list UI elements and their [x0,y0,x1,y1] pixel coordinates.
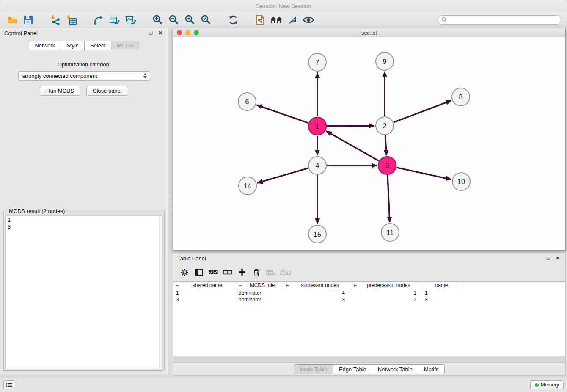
float-panel-icon[interactable]: □ [148,30,154,36]
panel-splitter[interactable] [168,28,173,374]
maximize-window-icon[interactable]: + [194,30,199,35]
zoom-fit-button[interactable] [182,13,198,27]
column-header-name[interactable]: name [421,282,457,290]
export-table-button[interactable] [107,13,123,27]
select-all-rows-button[interactable] [207,266,220,278]
edge-1-2[interactable] [327,126,374,126]
minimize-window-icon[interactable]: − [185,30,190,35]
edge-2-3[interactable] [385,135,386,155]
node-9[interactable]: 9 [376,52,394,70]
tab-style[interactable]: Style [61,41,85,50]
zoom-in-icon [152,14,163,25]
network-window-title: scc.txt [173,30,565,36]
result-scrollbar[interactable] [159,216,162,369]
refresh-button[interactable] [225,13,241,27]
node-6[interactable]: 6 [238,93,256,110]
zoom-selected-button[interactable] [198,13,214,27]
node-8[interactable]: 8 [452,88,470,106]
run-mcds-button[interactable]: Run MCDS [40,86,80,96]
tab-network-table[interactable]: Network Table [372,364,418,374]
node-1[interactable]: 1 [308,117,326,135]
network-from-selection-icon [93,14,104,25]
table-cell[interactable]: 1 [421,290,457,296]
node-2[interactable]: 2 [376,117,394,135]
add-column-button[interactable] [236,266,248,278]
edge-3-1[interactable] [326,131,379,161]
search-input[interactable] [449,17,557,23]
export-image-button[interactable] [123,13,139,27]
network-graph[interactable]: 7968124314101511 [173,37,565,250]
column-type-icon [175,283,179,287]
table-cell[interactable]: 1 [173,290,236,296]
table-cell[interactable]: 3 [283,296,351,303]
node-11[interactable]: 11 [381,224,399,241]
table-row[interactable]: 1dominator411 [173,290,565,296]
table-cell[interactable]: dominator [236,290,283,296]
table-cell[interactable]: 1 [351,290,421,296]
close-panel-icon[interactable]: ✕ [157,30,164,36]
deselect-all-rows-button[interactable] [221,266,234,278]
edge-2-8[interactable] [394,100,451,122]
svg-text:10: 10 [457,178,465,185]
close-table-panel-icon[interactable]: ✕ [554,255,561,262]
eye-button[interactable] [300,13,317,27]
node-15[interactable]: 15 [308,225,326,243]
edge-4-14[interactable] [257,168,308,183]
function-builder-button[interactable]: f(x) [279,266,292,278]
open-session-button[interactable] [4,13,20,27]
edge-3-11[interactable] [388,175,390,222]
criterion-select[interactable]: strongly connected component [18,71,150,81]
network-window-titlebar[interactable]: ✕ − + scc.txt [173,28,565,37]
memory-button[interactable]: Memory [530,380,564,389]
node-3[interactable]: 3 [378,157,396,174]
table-row[interactable]: 3dominator323 [173,296,565,303]
save-session-button[interactable] [20,13,36,27]
table-cell[interactable]: 3 [173,296,236,303]
tab-edge-table[interactable]: Edge Table [333,364,372,374]
edge-3-10[interactable] [396,168,451,179]
zoom-out-button[interactable] [166,13,182,27]
panel-toggle-button[interactable] [3,380,15,389]
network-from-selection-button[interactable] [91,13,107,27]
open-folder-icon [7,14,18,25]
close-panel-button[interactable]: Close panel [86,86,128,96]
node-10[interactable]: 10 [452,173,470,190]
tab-mcds[interactable]: MCDS [111,41,139,50]
table-tabs: Node Table Edge Table Network Table Moti… [294,364,444,374]
zoom-in-button[interactable] [150,13,166,27]
edge-1-6[interactable] [257,105,308,123]
table-hscroll-area[interactable] [173,356,565,363]
node-4[interactable]: 4 [308,157,326,174]
node-table-area[interactable]: shared name MCDS role successor nodes [173,281,565,356]
import-network-button[interactable] [47,13,63,27]
column-header-shared-name[interactable]: shared name [173,282,236,290]
tab-select[interactable]: Select [85,41,111,50]
delete-column-button[interactable] [250,266,263,278]
node-7[interactable]: 7 [308,53,326,71]
label-wand-button[interactable] [284,13,300,27]
node-14[interactable]: 14 [239,177,256,195]
tab-network[interactable]: Network [29,41,61,50]
table-cell[interactable]: 2 [351,296,421,303]
table-cell[interactable]: 3 [421,296,457,303]
import-table-button[interactable] [63,13,80,27]
table-cell[interactable]: 4 [283,290,351,296]
homes-button[interactable] [268,13,284,27]
network-canvas[interactable]: 7968124314101511 [173,37,565,250]
export-document-button[interactable] [252,13,268,27]
table-settings-button[interactable] [178,266,191,278]
settings-gear-icon [181,268,189,276]
column-header-predecessor-nodes[interactable]: predecessor nodes [351,282,421,290]
delete-table-button[interactable] [264,266,277,278]
column-header-mcds-role[interactable]: MCDS role [236,282,283,290]
column-header-successor-nodes[interactable]: successor nodes [283,282,351,290]
show-column-panel-button[interactable] [193,266,205,278]
mcds-result-textarea[interactable]: 1 3 [5,215,163,369]
close-window-icon[interactable]: ✕ [177,30,182,35]
table-cell[interactable]: dominator [236,296,283,303]
tab-motifs[interactable]: Motifs [418,364,445,374]
tab-node-table[interactable]: Node Table [294,364,333,374]
window-title: Session: New Session [256,3,311,9]
refresh-icon [228,14,239,25]
float-table-panel-icon[interactable]: □ [545,255,552,262]
